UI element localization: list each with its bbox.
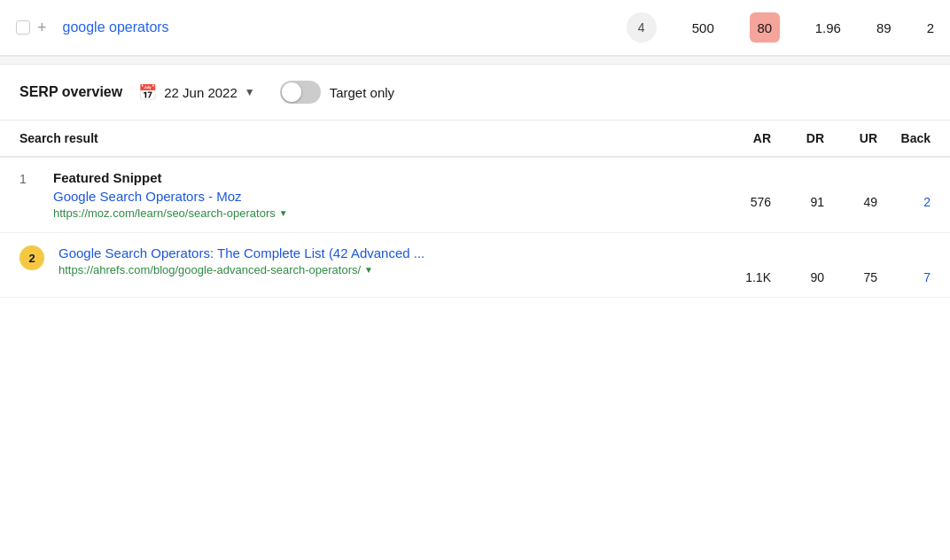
featured-snippet-label: Featured Snippet — [53, 170, 709, 185]
serp-header: SERP overview 📅 22 Jun 2022 ▼ Target onl… — [0, 65, 950, 121]
top-row-stats: 4 500 80 1.96 89 2 — [627, 12, 934, 43]
toggle-label: Target only — [330, 85, 394, 100]
add-icon[interactable]: + — [37, 19, 47, 37]
result-dr-2: 90 — [771, 245, 824, 284]
toggle-thumb — [282, 82, 301, 102]
calendar-icon: 📅 — [138, 83, 157, 102]
table-row: 1 Featured Snippet Google Search Operato… — [0, 158, 950, 233]
result-ur-1: 49 — [824, 170, 877, 209]
url-chevron-icon-2[interactable]: ▼ — [364, 265, 373, 275]
stat-traffic: 89 — [876, 20, 892, 35]
result-ar-2: 1.1K — [709, 245, 771, 284]
date-chevron-icon: ▼ — [245, 86, 255, 98]
stat-links: 2 — [927, 20, 934, 35]
stat-volume: 500 — [692, 20, 714, 35]
row-checkbox[interactable] — [16, 20, 30, 35]
result-dr-1: 91 — [771, 170, 824, 209]
toggle-track[interactable] — [280, 81, 321, 104]
result-back-2[interactable]: 7 — [877, 245, 931, 284]
target-only-toggle[interactable]: Target only — [280, 81, 394, 104]
result-title-1[interactable]: Google Search Operators - Moz — [53, 189, 709, 204]
stat-cpc: 1.96 — [815, 20, 841, 35]
result-content-1: 1 Featured Snippet Google Search Operato… — [19, 170, 709, 220]
result-position-1: 1 — [19, 170, 39, 186]
result-ur-2: 75 — [824, 245, 877, 284]
stat-kd-badge: 80 — [750, 12, 780, 43]
result-text-2: Google Search Operators: The Complete Li… — [58, 245, 709, 276]
result-url-text-1: https://moz.com/learn/seo/search-operato… — [53, 206, 276, 220]
date-label: 22 Jun 2022 — [164, 85, 238, 100]
result-position-badge-2: 2 — [19, 245, 44, 270]
result-text-1: Featured Snippet Google Search Operators… — [53, 170, 709, 220]
serp-overview-title: SERP overview — [19, 84, 122, 100]
table-row: 2 Google Search Operators: The Complete … — [0, 233, 950, 298]
col-header-back: Back — [877, 131, 931, 145]
result-back-1[interactable]: 2 — [877, 170, 931, 209]
result-content-2: 2 Google Search Operators: The Complete … — [19, 245, 709, 276]
result-ar-1: 576 — [709, 170, 771, 209]
date-selector[interactable]: 📅 22 Jun 2022 ▼ — [138, 83, 254, 102]
url-chevron-icon-1[interactable]: ▼ — [279, 208, 288, 218]
result-url-1: https://moz.com/learn/seo/search-operato… — [53, 206, 709, 220]
col-header-search-result: Search result — [19, 131, 709, 145]
col-header-dr: DR — [771, 131, 824, 145]
keyword-link[interactable]: google operators — [63, 19, 169, 35]
section-divider — [0, 56, 950, 65]
result-title-2[interactable]: Google Search Operators: The Complete Li… — [58, 245, 709, 261]
col-header-ur: UR — [824, 131, 877, 145]
table-header: Search result AR DR UR Back — [0, 121, 950, 158]
result-url-text-2: https://ahrefs.com/blog/google-advanced-… — [58, 263, 361, 276]
col-header-ar: AR — [709, 131, 771, 145]
top-row: + google operators 4 500 80 1.96 89 2 — [0, 0, 950, 56]
checkbox-area: + — [16, 19, 47, 37]
count-badge: 4 — [627, 12, 657, 43]
result-url-2: https://ahrefs.com/blog/google-advanced-… — [58, 263, 709, 276]
